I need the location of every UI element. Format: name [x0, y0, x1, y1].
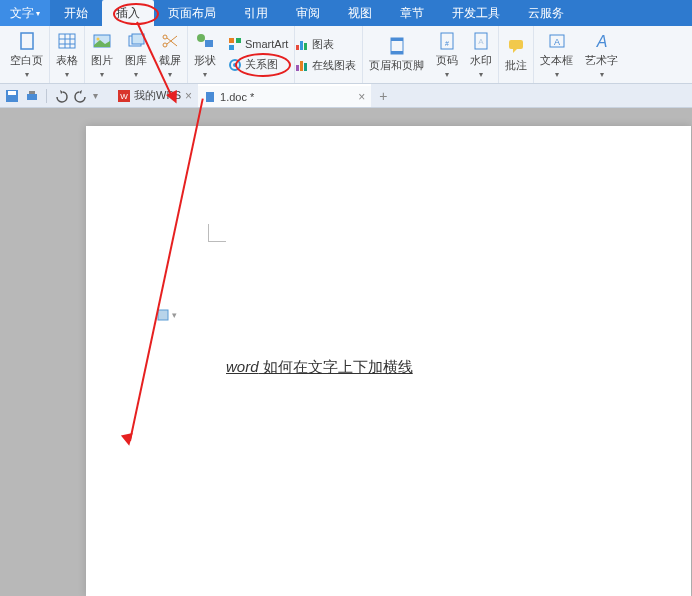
wordart-icon: A: [592, 31, 612, 51]
chevron-down-icon: ▾: [600, 70, 604, 79]
comment-button[interactable]: 批注: [505, 36, 527, 73]
blank-page-button[interactable]: 空白页▾: [10, 31, 43, 79]
print-icon[interactable]: [24, 88, 40, 104]
ribbon-group-textbox: A 文本框▾: [534, 26, 579, 83]
quick-toolbar: ▾ W 我的WPS × 1.doc * × +: [0, 84, 692, 108]
chevron-down-icon: ▾: [555, 70, 559, 79]
ribbon-group-table: 表格▾: [50, 26, 85, 83]
ribbon-group-comment: 批注: [499, 26, 534, 83]
svg-rect-9: [132, 34, 144, 44]
svg-rect-39: [8, 91, 16, 95]
menu-start[interactable]: 开始: [50, 0, 102, 26]
svg-point-7: [97, 37, 100, 40]
svg-rect-34: [509, 40, 523, 49]
chevron-down-icon: ▾: [100, 70, 104, 79]
watermark-brand: 搜狗指南: [572, 536, 684, 574]
svg-rect-0: [21, 33, 33, 49]
document-tabs: W 我的WPS × 1.doc * × +: [112, 84, 396, 107]
picture-icon: [92, 31, 112, 51]
chevron-down-icon: ▾: [134, 70, 138, 79]
online-chart-button[interactable]: 在线图表: [295, 57, 356, 74]
watermark-icon: A: [471, 31, 491, 51]
svg-text:#: #: [445, 40, 449, 47]
textbox-button[interactable]: A 文本框▾: [540, 31, 573, 79]
comment-icon: [506, 36, 526, 56]
svg-rect-18: [229, 45, 234, 50]
gallery-button[interactable]: 图库▾: [125, 31, 147, 79]
gallery-icon: [126, 31, 146, 51]
add-tab-button[interactable]: +: [371, 88, 395, 104]
redo-icon[interactable]: [73, 88, 89, 104]
svg-text:A: A: [554, 37, 560, 47]
shapes-icon: [195, 31, 215, 51]
menu-view[interactable]: 视图: [334, 0, 386, 26]
paragraph-handle-icon: ▾: [156, 308, 177, 322]
relation-button[interactable]: 关系图: [228, 56, 288, 73]
ribbon-group-hf: 页眉和页脚: [363, 26, 430, 83]
menu-reference[interactable]: 引用: [230, 0, 282, 26]
chevron-down-icon: ▾: [25, 70, 29, 79]
svg-rect-28: [391, 38, 403, 41]
document-tab[interactable]: 1.doc * ×: [198, 84, 371, 107]
svg-rect-44: [206, 92, 214, 102]
menubar: 文字 ▾ 开始 插入 页面布局 引用 审阅 视图 章节 开发工具 云服务: [0, 0, 692, 26]
chart-button[interactable]: 图表: [295, 36, 356, 53]
svg-rect-21: [296, 45, 299, 50]
close-icon[interactable]: ×: [185, 89, 192, 103]
menu-page-layout[interactable]: 页面布局: [154, 0, 230, 26]
screenshot-button[interactable]: 截屏▾: [159, 31, 181, 79]
svg-rect-26: [304, 63, 307, 71]
app-menu-label: 文字: [10, 5, 34, 22]
wps-home-tab[interactable]: W 我的WPS ×: [112, 84, 198, 107]
shape-button[interactable]: 形状▾: [194, 31, 216, 79]
ribbon-group-smartart: SmartArt 关系图: [222, 26, 295, 83]
svg-rect-22: [300, 41, 303, 50]
save-icon[interactable]: [4, 88, 20, 104]
svg-rect-15: [205, 40, 213, 47]
watermark-button[interactable]: A 水印▾: [470, 31, 492, 79]
chevron-down-icon: ▾: [36, 9, 40, 18]
relation-icon: [228, 58, 242, 72]
chevron-down-icon: ▾: [65, 70, 69, 79]
menu-insert[interactable]: 插入: [102, 0, 154, 26]
menu-chapter[interactable]: 章节: [386, 0, 438, 26]
ribbon-group-pic: 图片▾: [85, 26, 119, 83]
svg-text:W: W: [120, 92, 128, 101]
chevron-down-icon: ▾: [479, 70, 483, 79]
ribbon-group-pagenum: # 页码▾: [430, 26, 464, 83]
svg-rect-45: [158, 310, 168, 320]
app-menu-button[interactable]: 文字 ▾: [0, 0, 50, 26]
svg-rect-41: [29, 91, 35, 94]
table-button[interactable]: 表格▾: [56, 31, 78, 79]
ribbon-group-wordart: A 艺术字▾: [579, 26, 624, 83]
menu-cloud[interactable]: 云服务: [514, 0, 578, 26]
svg-text:A: A: [479, 37, 485, 46]
chart-icon: [295, 37, 309, 51]
svg-rect-24: [296, 65, 299, 71]
online-chart-icon: [295, 58, 309, 72]
svg-rect-25: [300, 61, 303, 71]
chevron-down-icon: ▾: [445, 70, 449, 79]
picture-button[interactable]: 图片▾: [91, 31, 113, 79]
wps-icon: W: [118, 90, 130, 102]
header-footer-button[interactable]: 页眉和页脚: [369, 36, 424, 73]
undo-icon[interactable]: [53, 88, 69, 104]
svg-rect-23: [304, 43, 307, 50]
scissors-icon: [160, 31, 180, 51]
svg-point-20: [233, 63, 237, 67]
textbox-icon: A: [547, 31, 567, 51]
blank-page-icon: [17, 31, 37, 51]
table-icon: [57, 31, 77, 51]
chevron-down-icon[interactable]: ▾: [93, 90, 98, 101]
chevron-down-icon: ▾: [168, 70, 172, 79]
ribbon-group-page: 空白页▾: [4, 26, 50, 83]
ribbon-group-watermark: A 水印▾: [464, 26, 499, 83]
svg-text:A: A: [596, 33, 608, 50]
wordart-button[interactable]: A 艺术字▾: [585, 31, 618, 79]
close-icon[interactable]: ×: [358, 90, 365, 104]
document-page[interactable]: ▾ word 如何在文字上下加横线: [86, 126, 691, 596]
menu-dev-tools[interactable]: 开发工具: [438, 0, 514, 26]
smartart-button[interactable]: SmartArt: [228, 36, 288, 52]
page-number-button[interactable]: # 页码▾: [436, 31, 458, 79]
menu-review[interactable]: 审阅: [282, 0, 334, 26]
